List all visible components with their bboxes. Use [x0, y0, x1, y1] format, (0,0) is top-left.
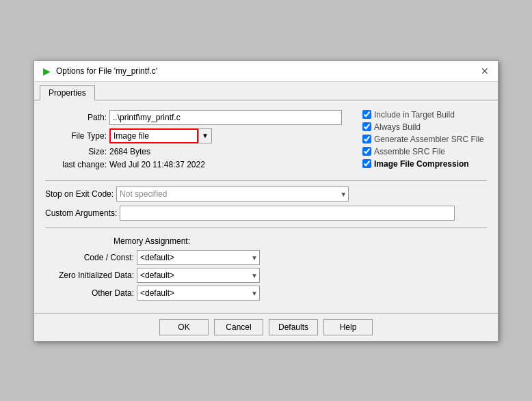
filetype-row: File Type: ▼: [45, 128, 342, 143]
checkbox-assemblesrc-row: Assemble SRC File: [362, 147, 520, 156]
main-two-col: Path: File Type: ▼ Size: 2684 Bytes: [45, 110, 487, 175]
memory-title: Memory Assignment:: [114, 236, 487, 246]
memory-zeroinit-label: Zero Initialized Data:: [45, 271, 134, 280]
alwaysbuild-label: Always Build: [374, 122, 421, 132]
stop-select[interactable]: Not specified: [116, 186, 349, 202]
filetype-label: File Type:: [45, 131, 107, 141]
checkbox-generateasm-row: Generate Assembler SRC File: [362, 135, 520, 144]
generateasm-label: Generate Assembler SRC File: [374, 135, 484, 144]
memory-otherdata-row: Other Data: <default> ▼: [45, 286, 487, 301]
size-row: Size: 2684 Bytes: [45, 147, 342, 156]
left-column: Path: File Type: ▼ Size: 2684 Bytes: [45, 110, 342, 175]
customargs-row: Custom Arguments:: [45, 206, 487, 221]
dialog-content: Path: File Type: ▼ Size: 2684 Bytes: [34, 100, 498, 313]
alwaysbuild-checkbox[interactable]: [362, 122, 371, 131]
memory-otherdata-select-wrapper: <default> ▼: [137, 286, 260, 301]
stop-label: Stop on Exit Code:: [45, 189, 114, 199]
lastchange-label: last change:: [45, 160, 107, 169]
stop-select-wrapper: Not specified ▼: [116, 186, 349, 202]
dialog-title: Options for File 'my_printf.c': [56, 66, 157, 76]
memory-otherdata-select[interactable]: <default>: [137, 286, 260, 301]
defaults-button[interactable]: Defaults: [269, 319, 318, 335]
filetype-container: ▼: [109, 128, 212, 143]
right-column: Include in Target Build Always Build Gen…: [342, 110, 520, 175]
app-icon: ▶: [41, 66, 52, 77]
size-value: 2684 Bytes: [109, 147, 150, 156]
checkbox-include-row: Include in Target Build: [362, 110, 520, 120]
title-bar: ▶ Options for File 'my_printf.c' ✕: [34, 61, 498, 82]
imagecompression-label: Image File Compression: [374, 159, 469, 169]
memory-code-select-wrapper: <default> ▼: [137, 250, 260, 265]
path-row: Path:: [45, 110, 342, 125]
memory-zeroinit-row: Zero Initialized Data: <default> ▼: [45, 268, 487, 283]
close-button[interactable]: ✕: [479, 65, 491, 77]
checkboxes-panel: Include in Target Build Always Build Gen…: [362, 110, 520, 169]
customargs-input[interactable]: [120, 206, 455, 221]
help-button[interactable]: Help: [323, 319, 373, 335]
memory-zeroinit-select-wrapper: <default> ▼: [137, 268, 260, 283]
divider-1: [45, 180, 487, 181]
lastchange-value: Wed Jul 20 11:48:37 2022: [109, 160, 205, 169]
memory-section: Memory Assignment: Code / Const: <defaul…: [45, 236, 487, 301]
divider-2: [45, 227, 487, 228]
cancel-button[interactable]: Cancel: [214, 319, 263, 335]
path-input[interactable]: [109, 110, 342, 125]
include-checkbox[interactable]: [362, 110, 371, 119]
button-bar: OK Cancel Defaults Help: [34, 313, 498, 341]
include-label: Include in Target Build: [374, 110, 455, 120]
path-label: Path:: [45, 113, 107, 122]
memory-zeroinit-select[interactable]: <default>: [137, 268, 260, 283]
checkbox-alwaysbuild-row: Always Build: [362, 122, 520, 132]
filetype-input[interactable]: [109, 128, 198, 143]
generateasm-checkbox[interactable]: [362, 135, 371, 143]
title-bar-left: ▶ Options for File 'my_printf.c': [41, 66, 157, 77]
filetype-dropdown-button[interactable]: ▼: [198, 128, 212, 143]
memory-code-row: Code / Const: <default> ▼: [45, 250, 487, 265]
ok-button[interactable]: OK: [159, 319, 209, 335]
size-label: Size:: [45, 147, 107, 156]
stop-row: Stop on Exit Code: Not specified ▼: [45, 186, 487, 202]
tab-properties[interactable]: Properties: [40, 85, 95, 100]
dialog-window: ▶ Options for File 'my_printf.c' ✕ Prope…: [34, 60, 498, 342]
checkbox-imagecompression-row: Image File Compression: [362, 159, 520, 169]
assemblesrc-checkbox[interactable]: [362, 147, 371, 156]
memory-code-select[interactable]: <default>: [137, 250, 260, 265]
tab-bar: Properties: [34, 82, 498, 100]
customargs-label: Custom Arguments:: [45, 208, 117, 218]
memory-otherdata-label: Other Data:: [45, 288, 134, 298]
memory-code-label: Code / Const:: [45, 253, 134, 262]
assemblesrc-label: Assemble SRC File: [374, 147, 445, 156]
imagecompression-checkbox[interactable]: [362, 159, 371, 168]
lastchange-row: last change: Wed Jul 20 11:48:37 2022: [45, 160, 342, 169]
